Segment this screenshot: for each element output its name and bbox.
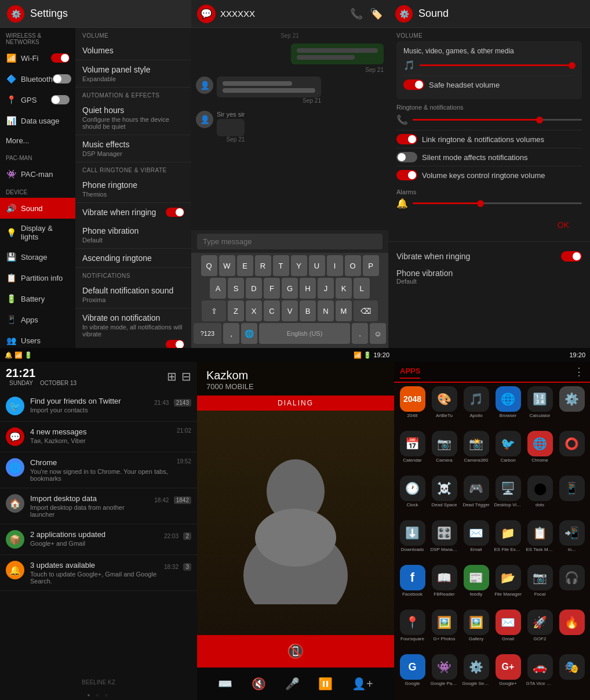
key-x[interactable]: X: [246, 300, 262, 321]
app-camera[interactable]: 📷Camera: [429, 431, 459, 473]
app-misc4[interactable]: 📲In...: [557, 520, 587, 563]
apps-menu-icon[interactable]: ⋮: [574, 365, 584, 378]
key-q[interactable]: Q: [201, 255, 217, 276]
quiet-hours-item[interactable]: Quiet hours Configure the hours the devi…: [75, 101, 191, 135]
key-v[interactable]: V: [282, 300, 298, 321]
app-feedly[interactable]: 📰feedly: [461, 565, 491, 607]
sidebar-item-gps[interactable]: 📍 GPS: [0, 89, 75, 110]
key-j[interactable]: J: [318, 278, 334, 299]
notif-item-apps-updated[interactable]: 📦 2 applications updated Google+ and Gma…: [0, 524, 197, 555]
app-calendar[interactable]: 📅Calendar: [398, 431, 427, 473]
bluetooth-toggle[interactable]: [53, 74, 71, 84]
media-slider[interactable]: [420, 64, 575, 66]
notif-item-messages[interactable]: 💬 4 new messages Тая, Kazkom, Viber 21:0…: [0, 422, 197, 452]
app-deadtrigger[interactable]: 🎮Dead Trigger: [461, 476, 491, 518]
app-misc1[interactable]: ⚙️: [557, 386, 587, 429]
microphone-button[interactable]: 🎤: [285, 677, 300, 691]
sidebar-item-partition[interactable]: 📋 Partition info: [0, 267, 75, 288]
key-space[interactable]: English (US): [259, 323, 350, 344]
vibrate-notif-toggle[interactable]: [166, 340, 184, 348]
gps-toggle[interactable]: [51, 95, 70, 104]
volume-panel-style-item[interactable]: Volume panel style Expandable: [75, 60, 191, 88]
app-chrome[interactable]: 🌐Chrome: [525, 431, 555, 473]
sidebar-item-battery[interactable]: 🔋 Battery: [0, 288, 75, 309]
key-l[interactable]: L: [354, 278, 370, 299]
sidebar-item-more-wireless[interactable]: More...: [0, 131, 75, 150]
safe-headset-toggle[interactable]: [403, 79, 424, 90]
app-downloads[interactable]: ⬇️Downloads: [398, 520, 427, 563]
call-icon[interactable]: 📞: [350, 8, 363, 20]
app-gof2[interactable]: 🚀GOF2: [525, 610, 555, 652]
app-fire[interactable]: 🔥: [557, 610, 587, 652]
end-call-button[interactable]: 📵: [197, 635, 394, 668]
app-foursquare[interactable]: 📍Foursquare: [398, 610, 427, 652]
app-gallery[interactable]: 🖼️Gallery: [461, 610, 491, 652]
app-googleplus[interactable]: G+Google+: [493, 654, 523, 697]
ok-button[interactable]: OK: [553, 218, 574, 232]
phone-ringtone-item[interactable]: Phone ringtone Themios: [75, 176, 191, 203]
key-i[interactable]: I: [327, 255, 343, 276]
notif-item-updates[interactable]: 🔔 3 updates available Touch to update Go…: [0, 555, 197, 591]
app-gphotos[interactable]: 🖼️G+ Photos: [429, 610, 459, 652]
app-fbreader[interactable]: 📖FBReader: [429, 565, 459, 607]
ascending-ringtone-item[interactable]: Ascending ringtone: [75, 249, 191, 268]
key-h[interactable]: H: [300, 278, 316, 299]
app-googlepacman[interactable]: 👾Google Pacman: [429, 654, 459, 697]
sidebar-item-bluetooth[interactable]: 🔷 Bluetooth: [0, 68, 75, 89]
notif-item-chrome[interactable]: 🌐 Chrome You're now signed in to Chrome.…: [0, 452, 197, 488]
app-clock[interactable]: 🕐Clock: [398, 476, 427, 518]
key-b[interactable]: B: [300, 300, 316, 321]
sidebar-item-storage[interactable]: 💾 Storage: [0, 246, 75, 267]
sidebar-item-pacman[interactable]: 👾 PAC-man: [0, 164, 75, 184]
sidebar-item-sound[interactable]: 🔊 Sound: [0, 198, 75, 219]
app-filemanager[interactable]: 📂File Manager: [493, 565, 523, 607]
key-f[interactable]: F: [264, 278, 280, 299]
key-k[interactable]: K: [336, 278, 352, 299]
app-facebook[interactable]: fFacebook: [398, 565, 427, 607]
app-artbetu[interactable]: 🎨ArtBeTu: [429, 386, 459, 429]
key-smiley[interactable]: ☺: [370, 323, 386, 344]
key-e[interactable]: E: [237, 255, 253, 276]
key-o[interactable]: O: [345, 255, 361, 276]
key-c[interactable]: C: [264, 300, 280, 321]
key-s[interactable]: S: [228, 278, 244, 299]
key-m[interactable]: M: [336, 300, 352, 321]
message-input[interactable]: [197, 234, 383, 249]
sidebar-item-datausage[interactable]: 📊 Data usage: [0, 110, 75, 131]
key-comma[interactable]: ,: [223, 323, 239, 344]
app-calculator[interactable]: 🔢Calculator: [525, 386, 555, 429]
vibrate-ringing-item[interactable]: Vibrate when ringing: [75, 203, 191, 222]
keypad-button[interactable]: ⌨️: [218, 677, 232, 691]
app-googlesettings[interactable]: ⚙️Google Settings: [461, 654, 491, 697]
app-camera360[interactable]: 📸Camera360: [461, 431, 491, 473]
ringtone-slider[interactable]: [413, 119, 582, 121]
app-misc3[interactable]: 📱: [557, 476, 587, 518]
app-misc5[interactable]: 🎧: [557, 565, 587, 607]
sidebar-item-wifi[interactable]: 📶 Wi-Fi: [0, 48, 75, 68]
key-numbers[interactable]: ?123: [194, 323, 221, 344]
app-gtavicecity[interactable]: 🚗GTA Vice City: [525, 654, 555, 697]
silent-mode-toggle[interactable]: [396, 152, 417, 162]
notif-item-twitter[interactable]: 🐦 Find your friends on Twitter Import yo…: [0, 391, 197, 422]
app-2048[interactable]: 20482048: [398, 386, 427, 429]
app-misc2[interactable]: ⭕: [557, 431, 587, 473]
key-t[interactable]: T: [273, 255, 289, 276]
vibrate-ringing-sound-toggle[interactable]: [561, 251, 582, 262]
vibrate-notif-item[interactable]: Vibrate on notification In vibrate mode,…: [75, 309, 191, 348]
app-gmail[interactable]: ✉️Gmail: [493, 610, 523, 652]
wifi-toggle[interactable]: [51, 53, 70, 63]
tag-icon[interactable]: 🏷️: [370, 8, 383, 20]
alarms-slider[interactable]: [413, 202, 582, 204]
key-y[interactable]: Y: [291, 255, 307, 276]
mute-button[interactable]: 🔇: [252, 677, 266, 691]
app-misc6[interactable]: 🎭: [557, 654, 587, 697]
grid-icon[interactable]: ⊟: [181, 369, 191, 383]
app-deadspace[interactable]: ☠️Dead Space: [429, 476, 459, 518]
app-desktopvisual[interactable]: 🖥️Desktop Vis...: [493, 476, 523, 518]
app-email[interactable]: ✉️Email: [461, 520, 491, 563]
app-estaskmanager[interactable]: 📋ES Task Mana...: [525, 520, 555, 563]
music-effects-item[interactable]: Music effects DSP Manager: [75, 135, 191, 162]
app-apollo[interactable]: 🎵Apollo: [461, 386, 491, 429]
key-u[interactable]: U: [309, 255, 325, 276]
app-browser[interactable]: 🌐Browser: [493, 386, 523, 429]
